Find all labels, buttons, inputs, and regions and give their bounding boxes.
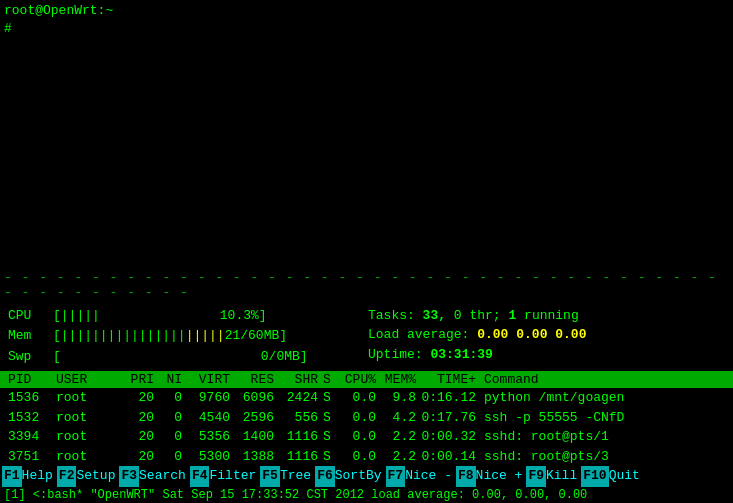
- status-bar: [1] <:bash* "OpenWRT" Sat Sep 15 17:33:5…: [0, 487, 733, 503]
- cell-virt: 5300: [182, 447, 230, 467]
- cell-pid: 1532: [8, 408, 56, 428]
- col-header-pid: PID: [8, 372, 56, 387]
- cell-cpu: 0.0: [336, 447, 376, 467]
- col-header-res: RES: [230, 372, 274, 387]
- load-line: Load average: 0.00 0.00 0.00: [368, 325, 725, 345]
- cell-res: 1388: [230, 447, 274, 467]
- mem-stat: Mem [|||||||||||||||| ||||| 21/60MB]: [8, 326, 368, 346]
- cell-cmd: sshd: root@pts/1: [476, 427, 725, 447]
- cell-time: 0:16.12: [416, 388, 476, 408]
- col-header-shr: SHR: [274, 372, 318, 387]
- fn-key-num: F4: [190, 466, 210, 487]
- cell-pid: 3394: [8, 427, 56, 447]
- cell-s: S: [318, 388, 336, 408]
- fn-key-num: F7: [386, 466, 406, 487]
- fn-key-f9[interactable]: F9Kill: [526, 466, 581, 487]
- top-section: root@OpenWrt:~ #: [0, 0, 733, 40]
- cell-mem: 2.2: [376, 427, 416, 447]
- col-header-time: TIME+: [416, 372, 476, 387]
- fn-key-f10[interactable]: F10Quit: [581, 466, 644, 487]
- table-row[interactable]: 3751 root 20 0 5300 1388 1116 S 0.0 2.2 …: [0, 447, 733, 467]
- cell-res: 1400: [230, 427, 274, 447]
- empty-space: [0, 40, 733, 267]
- cell-user: root: [56, 447, 118, 467]
- tasks-zero: 0: [454, 308, 470, 323]
- cell-mem: 4.2: [376, 408, 416, 428]
- col-header-virt: VIRT: [182, 372, 230, 387]
- col-header-user: USER: [56, 372, 118, 387]
- col-header-cpu: CPU%: [336, 372, 376, 387]
- cell-pid: 1536: [8, 388, 56, 408]
- cell-pri: 20: [118, 388, 154, 408]
- table-header: PID USER PRI NI VIRT RES SHR S CPU% MEM%…: [0, 371, 733, 388]
- cell-ni: 0: [154, 447, 182, 467]
- tasks-running-label: running: [524, 308, 579, 323]
- swp-bar: [: [53, 347, 61, 367]
- cell-shr: 2424: [274, 388, 318, 408]
- fn-key-f7[interactable]: F7Nice -: [386, 466, 456, 487]
- table-row[interactable]: 3394 root 20 0 5356 1400 1116 S 0.0 2.2 …: [0, 427, 733, 447]
- fn-key-num: F1: [2, 466, 22, 487]
- cell-mem: 9.8: [376, 388, 416, 408]
- cell-virt: 5356: [182, 427, 230, 447]
- cell-pri: 20: [118, 447, 154, 467]
- fn-key-num: F8: [456, 466, 476, 487]
- table-row[interactable]: 1532 root 20 0 4540 2596 556 S 0.0 4.2 0…: [0, 408, 733, 428]
- cell-shr: 1116: [274, 427, 318, 447]
- stats-section: CPU [||||| 10.3%] Mem [|||||||||||||||| …: [0, 302, 733, 372]
- mem-bar-yellow: |||||: [186, 326, 225, 346]
- cell-s: S: [318, 427, 336, 447]
- fn-key-num: F3: [119, 466, 139, 487]
- fn-key-label: Search: [139, 466, 190, 487]
- swp-stat: Swp [ 0/0MB]: [8, 347, 368, 367]
- cell-virt: 4540: [182, 408, 230, 428]
- col-header-s: S: [318, 372, 336, 387]
- fn-key-f1[interactable]: F1Help: [2, 466, 57, 487]
- cell-ni: 0: [154, 427, 182, 447]
- load-label: Load average:: [368, 327, 477, 342]
- fn-key-label: Help: [22, 466, 57, 487]
- tasks-line: Tasks: 33, 0 thr; 1 running: [368, 306, 725, 326]
- fn-key-f4[interactable]: F4Filter: [190, 466, 260, 487]
- cell-s: S: [318, 447, 336, 467]
- fn-key-f2[interactable]: F2Setup: [57, 466, 120, 487]
- cell-time: 0:17.76: [416, 408, 476, 428]
- stats-left: CPU [||||| 10.3%] Mem [|||||||||||||||| …: [8, 306, 368, 368]
- cell-pri: 20: [118, 408, 154, 428]
- table-row[interactable]: 1536 root 20 0 9760 6096 2424 S 0.0 9.8 …: [0, 388, 733, 408]
- fn-key-f6[interactable]: F6SortBy: [315, 466, 385, 487]
- fn-key-label: Setup: [76, 466, 119, 487]
- cell-res: 2596: [230, 408, 274, 428]
- cell-time: 0:00.14: [416, 447, 476, 467]
- cell-shr: 1116: [274, 447, 318, 467]
- fn-key-label: SortBy: [335, 466, 386, 487]
- cell-pid: 3751: [8, 447, 56, 467]
- cell-pri: 20: [118, 427, 154, 447]
- fn-key-f3[interactable]: F3Search: [119, 466, 189, 487]
- terminal-title: root@OpenWrt:~: [4, 2, 729, 20]
- mem-label: Mem: [8, 326, 53, 346]
- cell-user: root: [56, 388, 118, 408]
- fn-key-f8[interactable]: F8Nice +: [456, 466, 526, 487]
- cell-s: S: [318, 408, 336, 428]
- uptime-label: Uptime:: [368, 347, 430, 362]
- cell-mem: 2.2: [376, 447, 416, 467]
- cell-virt: 9760: [182, 388, 230, 408]
- fn-key-label: Tree: [280, 466, 315, 487]
- cell-cmd: python /mnt/goagen: [476, 388, 725, 408]
- fn-key-num: F2: [57, 466, 77, 487]
- cell-res: 6096: [230, 388, 274, 408]
- cell-ni: 0: [154, 408, 182, 428]
- col-header-mem: MEM%: [376, 372, 416, 387]
- fn-key-num: F9: [526, 466, 546, 487]
- fn-key-label: Nice +: [476, 466, 527, 487]
- function-key-bar: F1HelpF2SetupF3SearchF4FilterF5TreeF6Sor…: [0, 466, 733, 487]
- cell-cmd: ssh -p 55555 -CNfD: [476, 408, 725, 428]
- col-header-cmd: Command: [476, 372, 725, 387]
- terminal-prompt: #: [4, 20, 729, 38]
- cell-cpu: 0.0: [336, 388, 376, 408]
- fn-key-label: Nice -: [405, 466, 456, 487]
- fn-key-f5[interactable]: F5Tree: [260, 466, 315, 487]
- cpu-stat: CPU [||||| 10.3%]: [8, 306, 368, 326]
- cell-ni: 0: [154, 388, 182, 408]
